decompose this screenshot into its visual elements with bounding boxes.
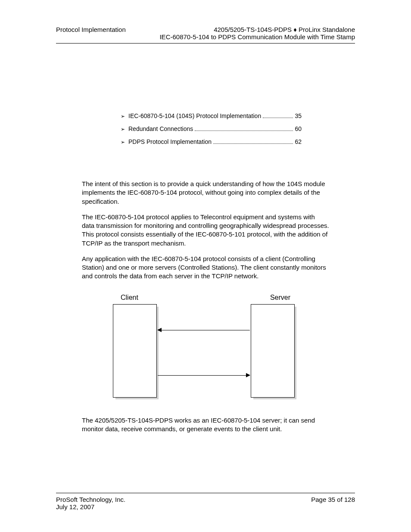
client-label: Client: [121, 294, 138, 302]
toc-entry: ➢ IEC-60870-5-104 (104S) Protocol Implem…: [121, 112, 302, 119]
toc-leader-dots: [195, 130, 293, 131]
arrow-right-icon: [158, 375, 250, 376]
page-header: Protocol Implementation 4205/5205-TS-104…: [56, 26, 355, 44]
toc-label: Redundant Connections: [128, 125, 193, 132]
server-box: [251, 304, 295, 398]
triangle-bullet-icon: ➢: [121, 113, 128, 119]
server-label: Server: [270, 294, 290, 302]
toc-entry: ➢ PDPS Protocol Implementation 62: [121, 138, 302, 145]
paragraph: The 4205/5205-TS-104S-PDPS works as an I…: [82, 416, 329, 434]
triangle-bullet-icon: ➢: [121, 126, 128, 132]
paragraph: The IEC-60870-5-104 protocol applies to …: [82, 213, 329, 248]
header-left: Protocol Implementation: [56, 26, 126, 33]
header-right-line2: IEC-60870-5-104 to PDPS Communication Mo…: [159, 33, 355, 40]
toc-leader-dots: [263, 117, 293, 118]
arrow-left-icon: [158, 330, 250, 330]
header-right: 4205/5205-TS-104S-PDPS ♦ ProLinx Standal…: [159, 26, 355, 40]
client-server-diagram: Client Server: [113, 294, 298, 403]
diagram-labels: Client Server: [113, 294, 298, 302]
page-footer: ProSoft Technology, Inc. July 12, 2007 P…: [56, 493, 355, 510]
header-right-line1: 4205/5205-TS-104S-PDPS ♦ ProLinx Standal…: [159, 26, 355, 33]
document-page: Protocol Implementation 4205/5205-TS-104…: [0, 0, 411, 532]
client-box: [113, 304, 157, 398]
table-of-contents: ➢ IEC-60870-5-104 (104S) Protocol Implem…: [121, 112, 355, 145]
toc-entry: ➢ Redundant Connections 60: [121, 125, 302, 132]
paragraph: The intent of this section is to provide…: [82, 180, 329, 206]
toc-page-number: 60: [295, 125, 302, 132]
paragraph: Any application with the IEC-60870-5-104…: [82, 255, 329, 281]
toc-label: PDPS Protocol Implementation: [128, 138, 212, 145]
toc-leader-dots: [213, 143, 293, 144]
toc-page-number: 62: [295, 138, 302, 145]
footer-left: ProSoft Technology, Inc. July 12, 2007: [56, 496, 125, 510]
footer-date: July 12, 2007: [56, 503, 125, 510]
triangle-bullet-icon: ➢: [121, 139, 128, 145]
footer-page-number: Page 35 of 128: [311, 496, 355, 510]
diagram-body: [113, 304, 298, 403]
footer-company: ProSoft Technology, Inc.: [56, 496, 125, 503]
toc-label: IEC-60870-5-104 (104S) Protocol Implemen…: [128, 112, 261, 119]
toc-page-number: 35: [295, 112, 302, 119]
